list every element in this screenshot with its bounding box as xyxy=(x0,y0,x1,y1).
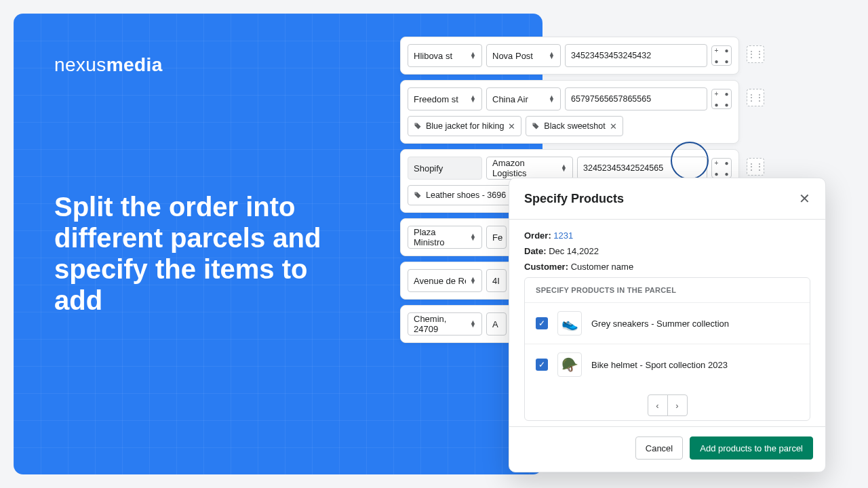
address-select[interactable]: Chemin, 24709▲▼ xyxy=(408,312,482,336)
cancel-button[interactable]: Cancel xyxy=(635,436,683,460)
tag-icon xyxy=(532,122,540,130)
address-select[interactable]: Avenue de Rena..▲▼ xyxy=(408,269,482,292)
order-link[interactable]: 1231 xyxy=(553,230,573,241)
address-select[interactable]: Freedom st▲▼ xyxy=(408,87,482,110)
products-icon: +●●● xyxy=(712,89,731,109)
product-row[interactable]: ✓ 👟 Grey sneakers - Summer collection xyxy=(525,302,810,344)
products-icon: +●●● xyxy=(712,45,731,66)
products-subcard: SPECIFY PRODUCTS IN THE PARCEL ✓ 👟 Grey … xyxy=(524,277,810,421)
date-meta: Date: Dec 14,2022 xyxy=(524,246,810,256)
customer-meta: Customer: Customer name xyxy=(524,262,810,272)
tag-icon xyxy=(414,122,422,130)
product-name: Grey sneakers - Summer collection xyxy=(591,319,729,329)
headline: Split the order into different parcels a… xyxy=(54,191,339,316)
add-products-button[interactable]: Add products to the parcel xyxy=(690,436,813,460)
tracking-input[interactable]: 34523453453245432 xyxy=(565,44,707,67)
specify-products-button[interactable]: +●●● xyxy=(711,45,732,66)
tag-icon xyxy=(414,191,422,199)
remove-tag-icon[interactable]: ✕ xyxy=(508,121,515,131)
drag-handle-icon[interactable]: ⋮⋮ xyxy=(747,45,764,63)
carrier-select[interactable]: Fe xyxy=(486,226,507,249)
select-arrows-icon: ▲▼ xyxy=(549,96,555,102)
select-arrows-icon: ▲▼ xyxy=(549,52,555,59)
remove-tag-icon[interactable]: ✕ xyxy=(610,121,617,131)
drag-handle-icon[interactable]: ⋮⋮ xyxy=(747,89,764,106)
specify-products-modal: Specify Products ✕ Order: 1231 Date: Dec… xyxy=(509,178,826,472)
close-icon[interactable]: ✕ xyxy=(799,190,810,207)
section-heading: SPECIFY PRODUCTS IN THE PARCEL xyxy=(525,278,810,302)
select-arrows-icon: ▲▼ xyxy=(561,165,567,171)
products-icon: +●●● xyxy=(712,158,731,178)
carrier-select[interactable]: Amazon Logistics▲▼ xyxy=(486,157,573,180)
parcel-card: Freedom st▲▼ China Air▲▼ 657975656578655… xyxy=(400,80,739,144)
product-tag: Blue jacket for hiking✕ xyxy=(408,116,521,136)
select-arrows-icon: ▲▼ xyxy=(470,321,476,327)
pager: ‹ › xyxy=(525,385,810,420)
address-select[interactable]: Plaza Ministro▲▼ xyxy=(408,226,482,249)
checkbox[interactable]: ✓ xyxy=(536,359,548,371)
brand-logo: nexusmedia xyxy=(54,54,502,76)
product-name: Bike helmet - Sport collection 2023 xyxy=(591,360,728,370)
specify-products-button[interactable]: +●●● xyxy=(711,89,732,109)
select-arrows-icon: ▲▼ xyxy=(470,277,476,284)
brand-name-bold: media xyxy=(106,54,163,75)
tracking-input[interactable]: 65797565657865565 xyxy=(565,87,707,110)
product-thumb-helmet-icon: 🪖 xyxy=(557,352,582,377)
product-row[interactable]: ✓ 🪖 Bike helmet - Sport collection 2023 xyxy=(525,344,810,385)
specify-products-button[interactable]: +●●● xyxy=(711,158,732,178)
address-readonly: Shopify xyxy=(408,157,482,180)
select-arrows-icon: ▲▼ xyxy=(470,96,476,102)
modal-title: Specify Products xyxy=(524,192,624,206)
carrier-select[interactable]: A xyxy=(486,312,507,336)
product-thumb-sneaker-icon: 👟 xyxy=(557,311,582,336)
drag-handle-icon[interactable]: ⋮⋮ xyxy=(747,158,764,176)
next-page-button[interactable]: › xyxy=(667,394,688,416)
carrier-select[interactable]: China Air▲▼ xyxy=(486,87,561,110)
prev-page-button[interactable]: ‹ xyxy=(648,394,668,416)
tracking-input[interactable]: 32452345342524565 xyxy=(577,157,707,180)
brand-name-light: nexus xyxy=(54,54,106,75)
checkbox[interactable]: ✓ xyxy=(536,317,548,329)
product-tag: Leather shoes - 3696✕ xyxy=(408,185,524,205)
select-arrows-icon: ▲▼ xyxy=(470,234,476,241)
product-tag: Black sweetshot✕ xyxy=(526,116,623,136)
order-meta: Order: 1231 xyxy=(524,230,810,241)
carrier-select[interactable]: 4I xyxy=(486,269,507,292)
